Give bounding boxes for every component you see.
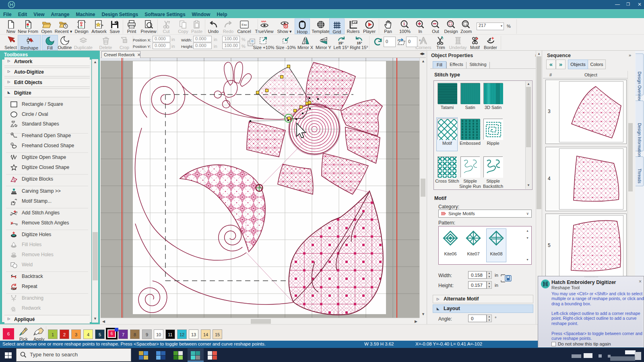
svg-text:15°: 15° — [357, 41, 362, 45]
svg-text:1: 1 — [403, 22, 405, 26]
svg-text:15°: 15° — [338, 41, 343, 45]
svg-text:Esc: Esc — [242, 23, 247, 27]
